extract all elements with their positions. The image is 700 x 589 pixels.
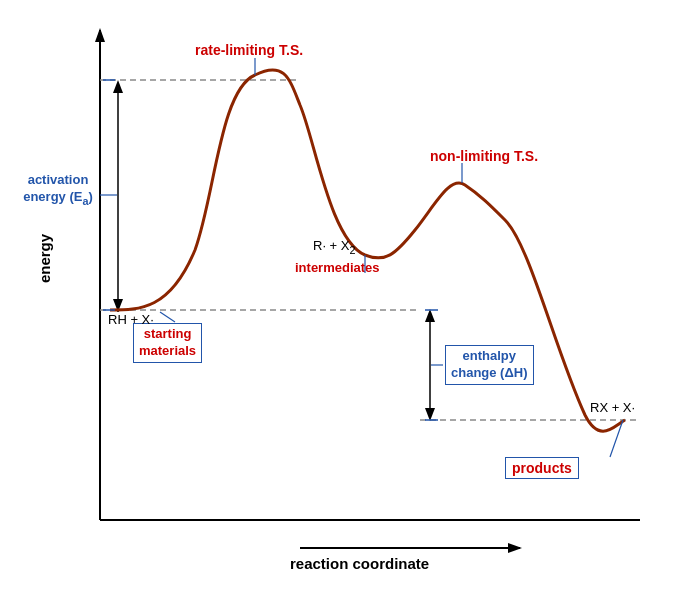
svg-marker-7 [113, 80, 123, 93]
rx-x-label: RX + X· [590, 400, 635, 415]
non-limiting-ts-label: non-limiting T.S. [430, 148, 538, 164]
rate-limiting-ts-label: rate-limiting T.S. [195, 42, 303, 58]
svg-marker-10 [425, 309, 435, 322]
svg-marker-13 [508, 543, 522, 553]
r-x2-label: R· + X2 [313, 238, 356, 256]
starting-materials-label: startingmaterials [133, 323, 202, 363]
svg-marker-1 [95, 28, 105, 42]
intermediates-label: intermediates [295, 260, 380, 275]
diagram-container: energy reaction coordinate rate-limiting… [0, 0, 700, 589]
activation-energy-label: activationenergy (Ea) [18, 172, 98, 208]
reaction-coordinate-label: reaction coordinate [290, 555, 429, 572]
rh-x-label: RH + X· [108, 312, 154, 327]
enthalpy-change-label: enthalpychange (ΔH) [445, 345, 534, 385]
energy-label: energy [36, 234, 53, 283]
svg-marker-11 [425, 408, 435, 421]
products-label: products [505, 457, 579, 479]
